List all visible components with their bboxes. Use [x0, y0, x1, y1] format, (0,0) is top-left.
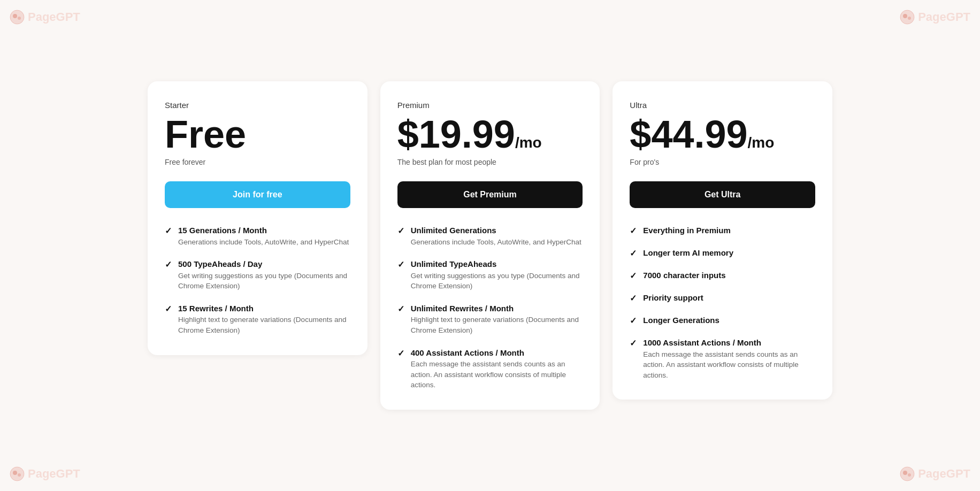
plan-price-starter: Free: [165, 115, 350, 154]
svg-point-7: [13, 471, 17, 475]
pagegpt-logo-icon-br: [900, 466, 915, 481]
feature-desc: Highlight text to generate variations (D…: [178, 314, 350, 335]
watermark-top-left: PageGPT: [10, 10, 80, 25]
feature-title: Unlimited Rewrites / Month: [411, 303, 583, 314]
feature-title: 500 TypeAheads / Day: [178, 259, 350, 270]
plan-card-premium: Premium $19.99/mo The best plan for most…: [380, 81, 600, 410]
svg-point-2: [18, 17, 21, 20]
svg-point-10: [903, 471, 907, 475]
plan-price-premium: $19.99/mo: [397, 115, 583, 154]
feature-desc: Highlight text to generate variations (D…: [411, 314, 583, 335]
check-icon: ✓: [397, 259, 404, 270]
svg-point-0: [10, 10, 24, 24]
premium-features-list: ✓ Unlimited Generations Generations incl…: [397, 225, 583, 390]
list-item: ✓ 7000 character inputs: [630, 270, 815, 281]
feature-title: Longer Generations: [643, 315, 719, 326]
svg-point-5: [908, 17, 911, 20]
plan-card-starter: Starter Free Free forever Join for free …: [148, 81, 368, 355]
check-icon: ✓: [630, 338, 637, 348]
plan-price-ultra: $44.99/mo: [630, 115, 815, 154]
feature-title: Everything in Premium: [643, 225, 730, 236]
feature-title: 15 Rewrites / Month: [178, 303, 350, 314]
feature-desc: Each message the assistant sends counts …: [643, 349, 815, 381]
check-icon: ✓: [630, 248, 637, 258]
check-icon: ✓: [165, 259, 172, 270]
feature-title: Unlimited Generations: [411, 225, 581, 236]
list-item: ✓ 500 TypeAheads / Day Get writing sugge…: [165, 259, 350, 291]
feature-title: Priority support: [643, 293, 703, 303]
check-icon: ✓: [165, 226, 172, 236]
list-item: ✓ Unlimited TypeAheads Get writing sugge…: [397, 259, 583, 291]
check-icon: ✓: [397, 348, 404, 358]
list-item: ✓ 1000 Assistant Actions / Month Each me…: [630, 337, 815, 380]
feature-title: 7000 character inputs: [643, 270, 725, 281]
check-icon: ✓: [630, 316, 637, 326]
list-item: ✓ 15 Rewrites / Month Highlight text to …: [165, 303, 350, 336]
list-item: ✓ Priority support: [630, 293, 815, 303]
feature-title: Unlimited TypeAheads: [411, 259, 583, 270]
check-icon: ✓: [397, 226, 404, 236]
list-item: ✓ Unlimited Rewrites / Month Highlight t…: [397, 303, 583, 336]
list-item: ✓ Unlimited Generations Generations incl…: [397, 225, 583, 247]
starter-features-list: ✓ 15 Generations / Month Generations inc…: [165, 225, 350, 335]
list-item: ✓ Longer term AI memory: [630, 248, 815, 258]
feature-title: 15 Generations / Month: [178, 225, 349, 236]
plan-label-premium: Premium: [397, 101, 583, 110]
pricing-container: Starter Free Free forever Join for free …: [116, 60, 864, 431]
plan-tagline-ultra: For pro's: [630, 158, 815, 166]
feature-desc: Each message the assistant sends counts …: [411, 359, 583, 390]
check-icon: ✓: [630, 271, 637, 281]
feature-desc: Generations include Tools, AutoWrite, an…: [411, 237, 581, 248]
svg-point-3: [900, 10, 914, 24]
list-item: ✓ Longer Generations: [630, 315, 815, 326]
watermark-bottom-left: PageGPT: [10, 466, 80, 481]
plan-tagline-premium: The best plan for most people: [397, 158, 583, 166]
svg-point-1: [13, 14, 17, 18]
check-icon: ✓: [165, 304, 172, 314]
pagegpt-logo-icon-tr: [900, 10, 915, 25]
get-premium-button[interactable]: Get Premium: [397, 181, 583, 208]
svg-point-4: [903, 14, 907, 18]
svg-point-11: [908, 473, 911, 477]
ultra-features-list: ✓ Everything in Premium ✓ Longer term AI…: [630, 225, 815, 380]
feature-title: 1000 Assistant Actions / Month: [643, 337, 815, 348]
feature-title: Longer term AI memory: [643, 248, 733, 258]
watermark-top-right: PageGPT: [900, 10, 970, 25]
list-item: ✓ 15 Generations / Month Generations inc…: [165, 225, 350, 247]
feature-title: 400 Assistant Actions / Month: [411, 348, 583, 358]
svg-point-8: [18, 473, 21, 477]
plan-card-ultra: Ultra $44.99/mo For pro's Get Ultra ✓ Ev…: [612, 81, 832, 400]
feature-desc: Get writing suggestions as you type (Doc…: [178, 271, 350, 291]
plan-label-ultra: Ultra: [630, 101, 815, 110]
plan-label-starter: Starter: [165, 101, 350, 110]
join-free-button[interactable]: Join for free: [165, 181, 350, 208]
list-item: ✓ Everything in Premium: [630, 225, 815, 236]
pagegpt-logo-icon: [10, 10, 25, 25]
get-ultra-button[interactable]: Get Ultra: [630, 181, 815, 208]
pagegpt-logo-icon-bl: [10, 466, 25, 481]
check-icon: ✓: [630, 226, 637, 236]
check-icon: ✓: [397, 304, 404, 314]
feature-desc: Generations include Tools, AutoWrite, an…: [178, 237, 349, 248]
plan-tagline-starter: Free forever: [165, 158, 350, 166]
svg-point-6: [10, 467, 24, 481]
list-item: ✓ 400 Assistant Actions / Month Each mes…: [397, 348, 583, 390]
check-icon: ✓: [630, 293, 637, 303]
feature-desc: Get writing suggestions as you type (Doc…: [411, 271, 583, 291]
svg-point-9: [900, 467, 914, 481]
watermark-bottom-right: PageGPT: [900, 466, 970, 481]
